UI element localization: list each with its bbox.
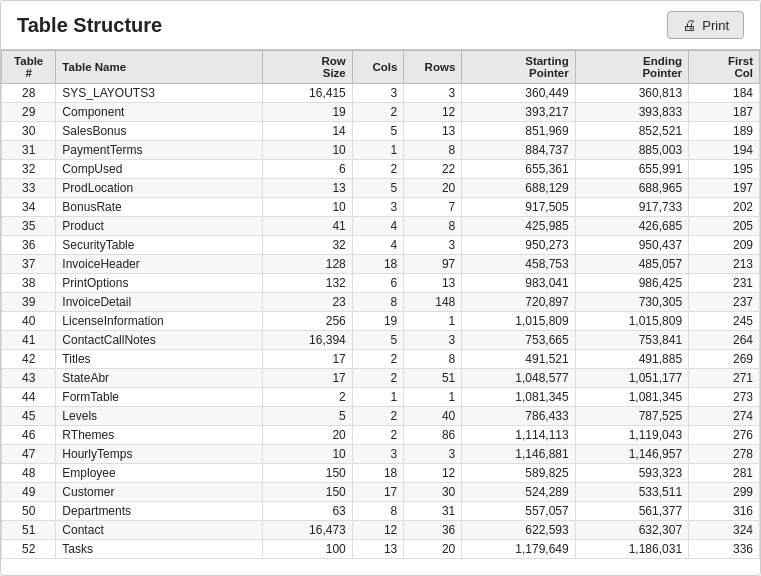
table-cell: 8	[404, 217, 462, 236]
table-cell: 17	[262, 369, 352, 388]
table-cell: 49	[2, 483, 56, 502]
table-row: 46RThemes202861,114,1131,119,043276	[2, 426, 760, 445]
table-cell: 12	[404, 103, 462, 122]
table-cell: 17	[262, 350, 352, 369]
table-cell: 1,119,043	[575, 426, 688, 445]
table-cell: 13	[352, 540, 404, 559]
table-cell: 278	[689, 445, 760, 464]
table-cell: 458,753	[462, 255, 575, 274]
table-cell: 491,521	[462, 350, 575, 369]
table-cell: 19	[352, 312, 404, 331]
table-cell: 264	[689, 331, 760, 350]
table-cell: 787,525	[575, 407, 688, 426]
table-cell: 271	[689, 369, 760, 388]
table-cell: 13	[404, 274, 462, 293]
table-wrapper[interactable]: Table# Table Name RowSize Cols Rows Star…	[1, 49, 760, 559]
table-cell: 281	[689, 464, 760, 483]
table-cell: 1,146,881	[462, 445, 575, 464]
table-cell: 5	[352, 179, 404, 198]
table-cell: 720,897	[462, 293, 575, 312]
table-cell: 10	[262, 445, 352, 464]
table-cell: 34	[2, 198, 56, 217]
table-cell: 1,081,345	[462, 388, 575, 407]
table-cell: 41	[262, 217, 352, 236]
table-cell: SecurityTable	[56, 236, 262, 255]
table-cell: 13	[404, 122, 462, 141]
table-cell: PaymentTerms	[56, 141, 262, 160]
table-cell: InvoiceDetail	[56, 293, 262, 312]
table-cell: 316	[689, 502, 760, 521]
table-cell: 852,521	[575, 122, 688, 141]
table-cell: 12	[404, 464, 462, 483]
table-cell: 533,511	[575, 483, 688, 502]
table-cell: 128	[262, 255, 352, 274]
table-cell: 100	[262, 540, 352, 559]
table-cell: 47	[2, 445, 56, 464]
print-label: Print	[702, 18, 729, 33]
table-cell: Tasks	[56, 540, 262, 559]
col-header-table-name: Table Name	[56, 51, 262, 84]
table-cell: 917,505	[462, 198, 575, 217]
table-row: 45Levels5240786,433787,525274	[2, 407, 760, 426]
table-cell: 8	[404, 350, 462, 369]
table-cell: InvoiceHeader	[56, 255, 262, 274]
table-cell: 1,114,113	[462, 426, 575, 445]
table-cell: 688,129	[462, 179, 575, 198]
data-table: Table# Table Name RowSize Cols Rows Star…	[1, 50, 760, 559]
table-cell: 2	[352, 426, 404, 445]
table-cell: Levels	[56, 407, 262, 426]
table-row: 33ProdLocation13520688,129688,965197	[2, 179, 760, 198]
table-cell: SalesBonus	[56, 122, 262, 141]
table-row: 29Component19212393,217393,833187	[2, 103, 760, 122]
page-title: Table Structure	[17, 14, 162, 37]
table-cell: 150	[262, 483, 352, 502]
table-cell: 16,473	[262, 521, 352, 540]
table-cell: 950,273	[462, 236, 575, 255]
table-cell: 3	[352, 198, 404, 217]
table-cell: 1	[404, 388, 462, 407]
table-cell: Product	[56, 217, 262, 236]
table-cell: 245	[689, 312, 760, 331]
table-cell: 3	[404, 84, 462, 103]
table-cell: 184	[689, 84, 760, 103]
table-cell: 33	[2, 179, 56, 198]
table-row: 44FormTable2111,081,3451,081,345273	[2, 388, 760, 407]
table-cell: 16,394	[262, 331, 352, 350]
table-cell: 40	[2, 312, 56, 331]
col-header-starting-pointer: StartingPointer	[462, 51, 575, 84]
table-cell: 50	[2, 502, 56, 521]
table-cell: 589,825	[462, 464, 575, 483]
table-cell: ProdLocation	[56, 179, 262, 198]
table-cell: 4	[352, 217, 404, 236]
table-row: 51Contact16,4731236622,593632,307324	[2, 521, 760, 540]
table-row: 37InvoiceHeader1281897458,753485,057213	[2, 255, 760, 274]
table-cell: 524,289	[462, 483, 575, 502]
table-row: 40LicenseInformation2561911,015,8091,015…	[2, 312, 760, 331]
table-cell: 237	[689, 293, 760, 312]
table-cell: 22	[404, 160, 462, 179]
table-cell: 20	[404, 540, 462, 559]
table-cell: 12	[352, 521, 404, 540]
table-cell: 1	[352, 141, 404, 160]
table-cell: 41	[2, 331, 56, 350]
print-button[interactable]: 🖨 Print	[667, 11, 744, 39]
table-cell: 885,003	[575, 141, 688, 160]
table-cell: 622,593	[462, 521, 575, 540]
table-cell: 2	[352, 160, 404, 179]
table-cell: 2	[352, 350, 404, 369]
table-cell: 209	[689, 236, 760, 255]
table-cell: Titles	[56, 350, 262, 369]
table-cell: 40	[404, 407, 462, 426]
table-cell: 917,733	[575, 198, 688, 217]
table-cell: 3	[352, 84, 404, 103]
table-cell: 48	[2, 464, 56, 483]
table-cell: 35	[2, 217, 56, 236]
table-cell: RThemes	[56, 426, 262, 445]
table-cell: 593,323	[575, 464, 688, 483]
table-cell: 360,449	[462, 84, 575, 103]
table-cell: 3	[404, 445, 462, 464]
table-cell: 20	[404, 179, 462, 198]
table-cell: 983,041	[462, 274, 575, 293]
table-cell: FormTable	[56, 388, 262, 407]
table-cell: 189	[689, 122, 760, 141]
